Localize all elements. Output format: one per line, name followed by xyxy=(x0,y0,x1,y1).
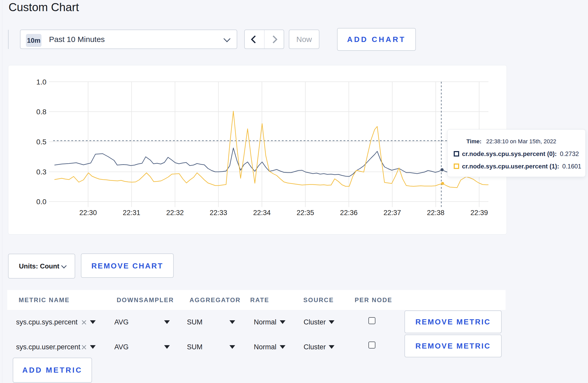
svg-text:0.5: 0.5 xyxy=(36,138,46,146)
svg-text:22:38: 22:38 xyxy=(427,209,445,217)
svg-text:0.8: 0.8 xyxy=(36,108,46,116)
svg-text:22:30: 22:30 xyxy=(79,209,97,217)
svg-text:22:32: 22:32 xyxy=(166,209,184,217)
svg-text:22:39: 22:39 xyxy=(470,209,488,217)
svg-text:22:34: 22:34 xyxy=(253,209,271,217)
svg-text:22:36: 22:36 xyxy=(340,209,358,217)
svg-text:0.3: 0.3 xyxy=(36,168,46,176)
svg-text:22:37: 22:37 xyxy=(383,209,401,217)
svg-text:0.0: 0.0 xyxy=(36,198,46,206)
svg-text:22:33: 22:33 xyxy=(210,209,227,217)
svg-text:22:31: 22:31 xyxy=(123,209,141,217)
svg-text:1.0: 1.0 xyxy=(36,78,46,86)
svg-text:22:35: 22:35 xyxy=(297,209,314,217)
